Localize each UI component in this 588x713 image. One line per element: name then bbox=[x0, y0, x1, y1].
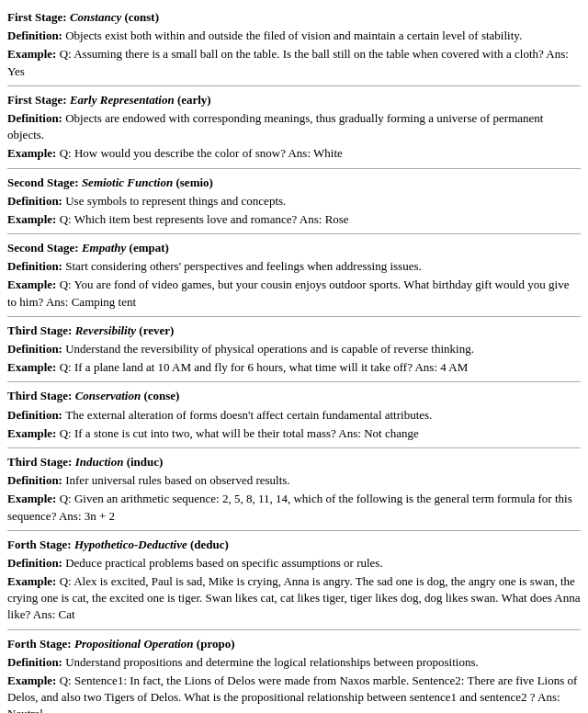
section-title-rever: Third Stage: Reversibility (rever) bbox=[7, 323, 581, 339]
section-deduc: Forth Stage: Hypothetico-Deductive (dedu… bbox=[7, 531, 581, 630]
code-label-deduc: (deduc) bbox=[187, 538, 229, 551]
stage-label-semio: Second Stage: bbox=[7, 175, 82, 189]
definition-label-rever: Definition: bbox=[7, 342, 65, 356]
section-title-empat: Second Stage: Empathy (empat) bbox=[7, 240, 581, 256]
concept-label-induc: Induction bbox=[75, 455, 124, 469]
definition-text-conse: The external alteration of forms doesn't… bbox=[65, 408, 432, 422]
example-early: Example: Q: How would you describe the c… bbox=[7, 145, 581, 162]
stage-label-deduc: Forth Stage: bbox=[7, 538, 74, 551]
definition-text-deduc: Deduce practical problems based on speci… bbox=[65, 556, 382, 570]
stage-label-early: First Stage: bbox=[7, 93, 70, 107]
example-semio: Example: Q: Which item best represents l… bbox=[7, 211, 581, 228]
concept-label-semio: Semiotic Function bbox=[82, 175, 173, 189]
example-text-deduc: Q: Alex is excited, Paul is sad, Mike is… bbox=[7, 574, 580, 621]
code-label-conse: (conse) bbox=[141, 389, 179, 402]
stage-label-rever: Third Stage: bbox=[7, 323, 75, 337]
definition-early: Definition: Objects are endowed with cor… bbox=[7, 110, 581, 143]
definition-text-empat: Start considering others' perspectives a… bbox=[65, 259, 422, 273]
stage-label-propo: Forth Stage: bbox=[7, 637, 74, 651]
example-text-semio: Q: Which item best represents love and r… bbox=[60, 212, 349, 226]
definition-label-conse: Definition: bbox=[7, 408, 65, 422]
section-propo: Forth Stage: Propositional Operation (pr… bbox=[7, 630, 581, 713]
definition-const: Definition: Objects exist both within an… bbox=[7, 28, 581, 44]
example-label-semio: Example: bbox=[7, 212, 60, 226]
section-rever: Third Stage: Reversibility (rever)Defini… bbox=[7, 317, 581, 383]
section-conse: Third Stage: Conservation (conse)Definit… bbox=[7, 382, 581, 448]
definition-deduc: Definition: Deduce practical problems ba… bbox=[7, 555, 581, 572]
sections-wrapper: First Stage: Constancy (const)Definition… bbox=[7, 4, 581, 713]
definition-label-semio: Definition: bbox=[7, 194, 65, 208]
stage-label-induc: Third Stage: bbox=[7, 455, 75, 469]
definition-text-induc: Infer universal rules based on observed … bbox=[65, 473, 289, 487]
definition-label-const: Definition: bbox=[7, 28, 65, 42]
example-text-rever: Q: If a plane land at 10 AM and fly for … bbox=[60, 360, 469, 374]
example-text-propo: Q: Sentence1: In fact, the Lions of Delo… bbox=[7, 673, 577, 713]
definition-rever: Definition: Understand the reversibility… bbox=[7, 341, 581, 357]
definition-label-early: Definition: bbox=[7, 111, 65, 125]
example-label-rever: Example: bbox=[7, 360, 60, 374]
example-conse: Example: Q: If a stone is cut into two, … bbox=[7, 425, 581, 442]
example-empat: Example: Q: You are fond of video games,… bbox=[7, 277, 581, 310]
concept-label-propo: Propositional Operation bbox=[74, 637, 194, 651]
definition-conse: Definition: The external alteration of f… bbox=[7, 407, 581, 424]
definition-text-rever: Understand the reversibility of physical… bbox=[65, 342, 474, 356]
code-label-early: (early) bbox=[175, 93, 211, 107]
example-induc: Example: Q: Given an arithmetic sequence… bbox=[7, 491, 581, 524]
example-deduc: Example: Q: Alex is excited, Paul is sad… bbox=[7, 573, 581, 624]
definition-text-early: Objects are endowed with corresponding m… bbox=[7, 111, 543, 141]
section-const: First Stage: Constancy (const)Definition… bbox=[7, 4, 581, 86]
example-propo: Example: Q: Sentence1: In fact, the Lion… bbox=[7, 673, 581, 713]
definition-label-propo: Definition: bbox=[7, 655, 65, 669]
code-label-semio: (semio) bbox=[173, 175, 213, 189]
code-label-empat: (empat) bbox=[126, 241, 169, 255]
definition-label-induc: Definition: bbox=[7, 473, 65, 487]
code-label-rever: (rever) bbox=[136, 323, 174, 337]
definition-text-const: Objects exist both within and outside th… bbox=[65, 28, 522, 42]
example-text-const: Q: Assuming there is a small ball on the… bbox=[7, 47, 569, 77]
example-label-deduc: Example: bbox=[7, 574, 60, 588]
example-label-const: Example: bbox=[7, 47, 60, 61]
definition-empat: Definition: Start considering others' pe… bbox=[7, 258, 581, 275]
stage-label-conse: Third Stage: bbox=[7, 389, 75, 402]
code-label-induc: (induc) bbox=[123, 455, 163, 469]
example-label-induc: Example: bbox=[7, 492, 60, 505]
example-rever: Example: Q: If a plane land at 10 AM and… bbox=[7, 359, 581, 376]
section-title-deduc: Forth Stage: Hypothetico-Deductive (dedu… bbox=[7, 537, 581, 553]
example-label-empat: Example: bbox=[7, 277, 60, 291]
concept-label-conse: Conservation bbox=[75, 389, 141, 402]
example-label-early: Example: bbox=[7, 146, 60, 160]
concept-label-empat: Empathy bbox=[82, 241, 126, 255]
example-text-conse: Q: If a stone is cut into two, what will… bbox=[60, 426, 419, 440]
example-text-induc: Q: Given an arithmetic sequence: 2, 5, 8… bbox=[7, 492, 572, 522]
section-title-semio: Second Stage: Semiotic Function (semio) bbox=[7, 175, 581, 191]
example-text-early: Q: How would you describe the color of s… bbox=[60, 146, 343, 160]
concept-label-rever: Reversibility bbox=[75, 323, 136, 337]
section-early: First Stage: Early Representation (early… bbox=[7, 86, 581, 169]
concept-label-early: Early Representation bbox=[70, 93, 175, 107]
example-label-conse: Example: bbox=[7, 426, 60, 440]
code-label-propo: (propo) bbox=[194, 637, 235, 651]
section-title-const: First Stage: Constancy (const) bbox=[7, 9, 581, 26]
section-title-early: First Stage: Early Representation (early… bbox=[7, 92, 581, 108]
code-label-const: (const) bbox=[121, 10, 159, 24]
example-label-propo: Example: bbox=[7, 673, 60, 687]
definition-semio: Definition: Use symbols to represent thi… bbox=[7, 193, 581, 209]
definition-text-semio: Use symbols to represent things and conc… bbox=[65, 194, 286, 208]
main-container: First Stage: Constancy (const)Definition… bbox=[0, 0, 588, 713]
definition-label-deduc: Definition: bbox=[7, 556, 65, 570]
section-title-propo: Forth Stage: Propositional Operation (pr… bbox=[7, 636, 581, 652]
definition-label-empat: Definition: bbox=[7, 259, 65, 273]
stage-label-const: First Stage: bbox=[7, 10, 70, 24]
stage-label-empat: Second Stage: bbox=[7, 241, 82, 255]
section-induc: Third Stage: Induction (induc)Definition… bbox=[7, 448, 581, 531]
section-empat: Second Stage: Empathy (empat)Definition:… bbox=[7, 234, 581, 317]
section-title-induc: Third Stage: Induction (induc) bbox=[7, 454, 581, 470]
section-title-conse: Third Stage: Conservation (conse) bbox=[7, 388, 581, 404]
concept-label-deduc: Hypothetico-Deductive bbox=[74, 538, 187, 551]
concept-label-const: Constancy bbox=[70, 10, 121, 24]
example-const: Example: Q: Assuming there is a small ba… bbox=[7, 46, 581, 79]
example-text-empat: Q: You are fond of video games, but your… bbox=[7, 277, 569, 308]
definition-propo: Definition: Understand propositions and … bbox=[7, 654, 581, 671]
definition-induc: Definition: Infer universal rules based … bbox=[7, 472, 581, 489]
definition-text-propo: Understand propositions and determine th… bbox=[65, 655, 479, 669]
